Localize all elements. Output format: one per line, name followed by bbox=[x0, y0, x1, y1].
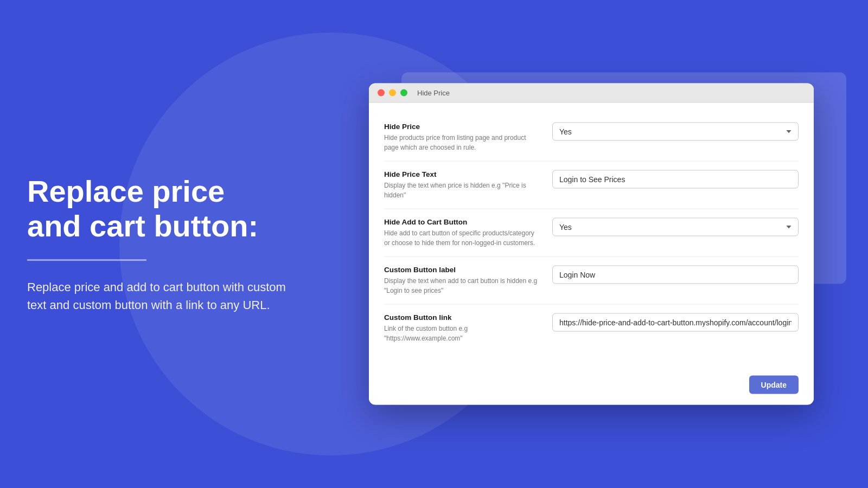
right-panel: Hide Price Hide Price Hide products pric… bbox=[369, 84, 835, 405]
control-hide-cart: Yes No bbox=[552, 218, 799, 236]
traffic-light-red[interactable] bbox=[378, 89, 385, 97]
label-custom-label: Custom Button label bbox=[384, 266, 541, 274]
update-button[interactable]: Update bbox=[749, 376, 799, 394]
form-label-group-hide-cart: Hide Add to Cart Button Hide add to cart… bbox=[384, 218, 541, 248]
browser-content: Hide Price Hide products price from list… bbox=[369, 103, 814, 405]
form-container: Hide Price Hide products price from list… bbox=[369, 103, 814, 365]
input-custom-label[interactable] bbox=[552, 266, 799, 284]
form-label-group-hide-price: Hide Price Hide products price from list… bbox=[384, 123, 541, 152]
desc-custom-label: Display the text when add to cart button… bbox=[384, 276, 541, 296]
traffic-light-yellow[interactable] bbox=[389, 89, 396, 97]
desc-custom-link: Link of the custom button e.g "https://w… bbox=[384, 324, 541, 343]
control-hide-price: Yes No bbox=[552, 123, 799, 141]
description-text: Replace price and add to cart button wit… bbox=[27, 278, 288, 314]
select-hide-cart[interactable]: Yes No bbox=[552, 218, 799, 236]
browser-titlebar: Hide Price bbox=[369, 84, 814, 103]
form-row-hide-cart: Hide Add to Cart Button Hide add to cart… bbox=[384, 209, 799, 257]
desc-hide-cart: Hide add to cart button of specific prod… bbox=[384, 228, 541, 248]
control-hide-price-text bbox=[552, 170, 799, 189]
label-hide-cart: Hide Add to Cart Button bbox=[384, 218, 541, 226]
heading-divider bbox=[27, 259, 146, 261]
left-panel: Replace price and cart button: Replace p… bbox=[27, 174, 288, 314]
btn-row: Update bbox=[369, 365, 814, 405]
traffic-light-green[interactable] bbox=[400, 89, 407, 97]
main-heading: Replace price and cart button: bbox=[27, 174, 288, 244]
control-custom-label bbox=[552, 266, 799, 284]
desc-hide-price: Hide products price from listing page an… bbox=[384, 133, 541, 152]
form-row-hide-price: Hide Price Hide products price from list… bbox=[384, 114, 799, 162]
label-hide-price: Hide Price bbox=[384, 123, 541, 131]
form-row-hide-price-text: Hide Price Text Display the text when pr… bbox=[384, 162, 799, 209]
form-label-group-custom-label: Custom Button label Display the text whe… bbox=[384, 266, 541, 296]
form-row-custom-link: Custom Button link Link of the custom bu… bbox=[384, 305, 799, 352]
select-hide-price[interactable]: Yes No bbox=[552, 123, 799, 141]
label-custom-link: Custom Button link bbox=[384, 313, 541, 322]
browser-window: Hide Price Hide Price Hide products pric… bbox=[369, 84, 814, 405]
control-custom-link bbox=[552, 313, 799, 332]
input-custom-link[interactable] bbox=[552, 313, 799, 332]
browser-title: Hide Price bbox=[417, 89, 450, 97]
input-hide-price-text[interactable] bbox=[552, 170, 799, 189]
label-hide-price-text: Hide Price Text bbox=[384, 170, 541, 178]
form-label-group-custom-link: Custom Button link Link of the custom bu… bbox=[384, 313, 541, 343]
form-label-group-hide-price-text: Hide Price Text Display the text when pr… bbox=[384, 170, 541, 200]
desc-hide-price-text: Display the text when price is hidden e.… bbox=[384, 181, 541, 200]
form-row-custom-label: Custom Button label Display the text whe… bbox=[384, 257, 799, 305]
